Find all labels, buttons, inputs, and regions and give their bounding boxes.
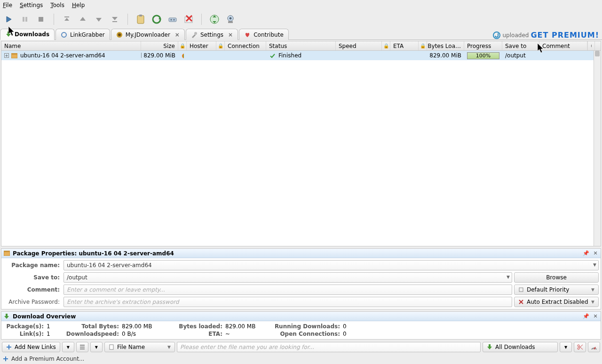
- menu-help[interactable]: Help: [72, 2, 85, 8]
- premium-banner[interactable]: uploaded GET PREMIUM!: [492, 31, 602, 40]
- pause-button[interactable]: [18, 12, 32, 26]
- autostop-button[interactable]: [574, 342, 586, 352]
- cell-connection: [225, 51, 266, 60]
- col-lock3[interactable]: 🔒: [382, 41, 390, 50]
- status-line[interactable]: Add a Premium Account...: [0, 354, 602, 364]
- value-packages: 1: [47, 323, 65, 330]
- col-status[interactable]: Status: [266, 41, 336, 50]
- chevron-down-icon: ▼: [564, 345, 567, 349]
- table-row[interactable]: + ubuntu-16 04 2-server-amd64 [1] 829.00…: [1, 51, 601, 60]
- browse-button[interactable]: Browse: [514, 272, 599, 283]
- auto-reconnect-button[interactable]: [166, 12, 180, 26]
- close-icon[interactable]: ×: [228, 32, 233, 38]
- move-down-button[interactable]: [92, 12, 106, 26]
- divider: [54, 14, 54, 25]
- chevron-down-icon[interactable]: ▼: [593, 262, 596, 267]
- filter-type-dropdown[interactable]: File Name ▼: [104, 342, 175, 352]
- autoextract-dropdown[interactable]: Auto Extract Disabled ▼: [514, 297, 599, 307]
- pin-icon[interactable]: 📌: [583, 250, 589, 257]
- all-downloads-dropdown[interactable]: ▼: [560, 342, 572, 352]
- panel-title: Download Overview: [13, 313, 76, 320]
- download-icon: [487, 344, 492, 350]
- move-bottom-button[interactable]: [108, 12, 122, 26]
- view-mode-button[interactable]: [76, 342, 88, 352]
- tab-label: Downloads: [15, 31, 49, 38]
- cell-speed: [336, 51, 382, 60]
- col-speed[interactable]: Speed: [336, 41, 382, 50]
- table-header: Name Size 🔒 Hoster 🔒 Connection Status S…: [1, 41, 601, 51]
- view-mode-dropdown[interactable]: ▼: [90, 342, 103, 352]
- tab-contribute[interactable]: Contribute: [239, 29, 289, 40]
- stop-button[interactable]: [34, 12, 48, 26]
- col-connection[interactable]: Connection: [225, 41, 266, 50]
- package-icon: [3, 250, 10, 257]
- add-new-links-button[interactable]: Add New Links: [2, 342, 60, 352]
- package-name-field[interactable]: ubuntu-16 04 2-server-amd64 ▼: [63, 260, 599, 270]
- col-hoster[interactable]: Hoster: [187, 41, 216, 50]
- panel-header: Download Overview 📌 ✕: [1, 312, 601, 321]
- save-to-field[interactable]: /output ▼: [63, 272, 512, 283]
- chevron-down-icon[interactable]: ▼: [507, 275, 510, 279]
- close-icon[interactable]: ✕: [592, 313, 599, 320]
- webcam-button[interactable]: [223, 12, 238, 26]
- myjd-icon: [116, 32, 123, 38]
- play-button[interactable]: [2, 12, 16, 26]
- pin-icon[interactable]: 📌: [583, 313, 589, 320]
- col-eta[interactable]: ETA: [390, 41, 419, 50]
- package-icon: [11, 52, 17, 59]
- svg-rect-14: [169, 18, 176, 22]
- tab-myjdownloader[interactable]: My.JDownloader ×: [111, 29, 185, 40]
- x-icon: [518, 299, 524, 305]
- value-dlspeed: 0 B/s: [122, 331, 169, 337]
- col-name[interactable]: Name: [1, 41, 141, 50]
- menu-settings[interactable]: Settings: [20, 2, 43, 8]
- svg-point-15: [171, 19, 172, 21]
- col-config[interactable]: [587, 41, 595, 50]
- move-up-button[interactable]: [76, 12, 90, 26]
- priority-dropdown[interactable]: Default Priority ▼: [514, 285, 599, 295]
- col-size[interactable]: Size: [141, 41, 178, 50]
- svg-rect-36: [11, 53, 17, 55]
- clipboard-button[interactable]: [134, 12, 148, 26]
- add-new-links-dropdown[interactable]: ▼: [62, 342, 74, 352]
- scrollbar-thumb[interactable]: [595, 51, 600, 56]
- col-comment[interactable]: Comment: [539, 41, 587, 50]
- svg-point-30: [118, 33, 121, 36]
- archive-password-field[interactable]: Enter the archive's extraction password: [63, 297, 512, 307]
- value-links: 1: [47, 331, 65, 337]
- label-comment: Comment:: [3, 286, 62, 293]
- col-lock4[interactable]: 🔒: [419, 41, 427, 50]
- close-icon[interactable]: ×: [175, 32, 180, 38]
- col-lock1[interactable]: 🔒: [178, 41, 187, 50]
- label-running: Running Downloads:: [272, 323, 343, 330]
- menu-file[interactable]: File: [3, 2, 12, 8]
- svg-rect-4: [64, 16, 69, 17]
- col-lock2[interactable]: 🔒: [216, 41, 225, 50]
- menubar: File Settings Tools Help: [0, 0, 602, 10]
- reconnect-button[interactable]: [150, 12, 164, 26]
- tab-label: Settings: [200, 32, 223, 38]
- col-progress[interactable]: Progress: [464, 41, 502, 50]
- all-downloads-button[interactable]: All Downloads: [483, 342, 558, 352]
- lock-icon: 🔒: [420, 43, 426, 48]
- menu-tools[interactable]: Tools: [50, 2, 64, 8]
- tab-downloads[interactable]: Downloads: [0, 29, 55, 40]
- priority-icon: [518, 287, 524, 293]
- col-saveto[interactable]: Save to: [502, 41, 539, 50]
- col-bytes[interactable]: Bytes Loa…: [427, 41, 464, 50]
- uploaded-icon: [492, 31, 501, 40]
- speed-limit-button[interactable]: [588, 342, 600, 352]
- expand-toggle[interactable]: +: [4, 53, 9, 58]
- status-text: Add a Premium Account...: [11, 356, 84, 362]
- plus-icon: [3, 356, 8, 362]
- remove-links-button[interactable]: [182, 12, 196, 26]
- update-button[interactable]: [207, 12, 222, 26]
- move-top-button[interactable]: [60, 12, 74, 26]
- filter-input[interactable]: Please enter the file name you are looki…: [177, 342, 481, 352]
- svg-rect-3: [39, 17, 43, 22]
- tab-settings[interactable]: Settings ×: [186, 29, 238, 40]
- close-icon[interactable]: ✕: [592, 250, 599, 257]
- comment-field[interactable]: Enter a comment or leave empty...: [63, 285, 512, 295]
- vertical-scrollbar[interactable]: [594, 51, 601, 246]
- tab-linkgrabber[interactable]: LinkGrabber: [55, 29, 110, 40]
